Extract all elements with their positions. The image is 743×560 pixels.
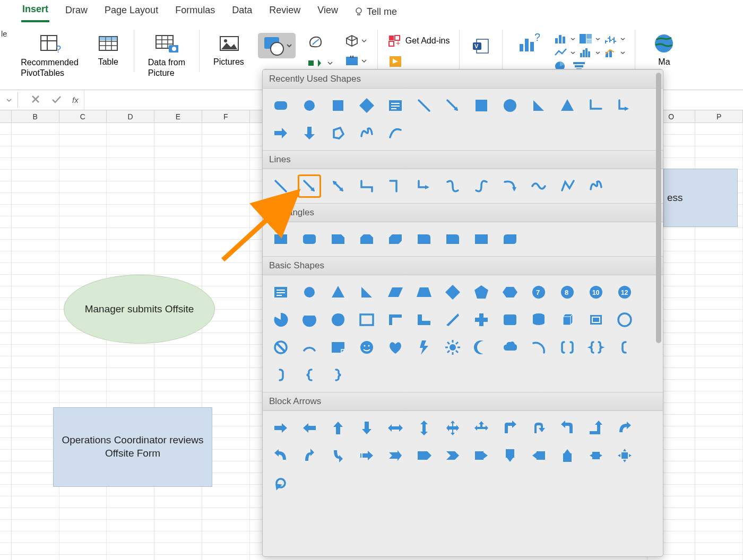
- shape-cube[interactable]: [556, 308, 579, 331]
- shape-line[interactable]: [412, 94, 436, 117]
- shape-snip-single[interactable]: [326, 228, 350, 251]
- shape-dodecagon[interactable]: 12: [613, 281, 636, 304]
- shape-lightning[interactable]: [412, 336, 436, 359]
- col-header-b[interactable]: B: [12, 110, 59, 122]
- shape-r-callout[interactable]: [470, 444, 493, 467]
- shape-diamond[interactable]: [355, 94, 378, 117]
- visio-button[interactable]: V: [469, 34, 493, 59]
- shape-smiley[interactable]: [355, 336, 378, 359]
- icons-button[interactable]: [305, 33, 334, 51]
- shape-l-shape[interactable]: [412, 308, 436, 331]
- tab-draw[interactable]: Draw: [64, 3, 89, 21]
- shape-parallelogram[interactable]: [384, 281, 407, 304]
- shape-l-callout[interactable]: [527, 444, 550, 467]
- shape-bent-up[interactable]: [584, 416, 608, 440]
- shape-donut[interactable]: [613, 308, 636, 331]
- shape-heptagon[interactable]: 7: [527, 281, 550, 304]
- shape-snip-diag[interactable]: [384, 228, 407, 251]
- tab-review[interactable]: Review: [268, 3, 301, 21]
- shape-pie[interactable]: [269, 308, 292, 331]
- shape-l-arrow[interactable]: [298, 416, 321, 440]
- shape-scribble[interactable]: [584, 174, 608, 198]
- shape-scribble[interactable]: [355, 121, 378, 145]
- shape-triangle[interactable]: [556, 94, 579, 117]
- shape-r-arrow[interactable]: [269, 416, 292, 440]
- shape-circular[interactable]: [269, 471, 292, 495]
- shape-diag-stripe[interactable]: [441, 308, 464, 331]
- shape-bent-r[interactable]: [498, 416, 522, 440]
- shape-elbow1[interactable]: [355, 174, 378, 198]
- shape-moon[interactable]: [470, 336, 493, 359]
- shape-trapezoid[interactable]: [412, 281, 436, 304]
- tab-formulas[interactable]: Formulas: [174, 3, 216, 21]
- shape-wave[interactable]: [527, 174, 550, 198]
- shape-curve[interactable]: [384, 121, 407, 145]
- 3dmodels-button[interactable]: [343, 33, 368, 49]
- shape-round-diag[interactable]: [498, 228, 522, 251]
- shape-curve-arrow[interactable]: [498, 174, 522, 198]
- enter-button[interactable]: [46, 94, 67, 106]
- col-header-e[interactable]: E: [154, 110, 202, 122]
- line-chart-button[interactable]: [554, 47, 575, 58]
- name-box[interactable]: [0, 92, 18, 108]
- flowchart-oval[interactable]: Manager submits Offsite: [64, 275, 215, 344]
- shape-snip-same[interactable]: [355, 228, 378, 251]
- tab-insert[interactable]: Insert: [21, 2, 49, 22]
- shape-pentagon[interactable]: [470, 281, 493, 304]
- shape-filled-circle[interactable]: [498, 94, 522, 117]
- shape-elbow[interactable]: [584, 94, 608, 117]
- shape-curve-l[interactable]: [269, 444, 292, 467]
- shape-curve-r[interactable]: [613, 416, 636, 440]
- shape-lr-up[interactable]: [470, 416, 493, 440]
- flowchart-rect[interactable]: Operations Coordinator reviews Offsite F…: [53, 407, 212, 487]
- pictures-button[interactable]: Pictures: [209, 30, 248, 69]
- cancel-button[interactable]: [25, 94, 46, 106]
- shape-brace-pair[interactable]: [584, 336, 608, 359]
- shape-triangle[interactable]: [326, 281, 350, 304]
- table-button[interactable]: Table: [92, 30, 124, 69]
- shape-frame[interactable]: [355, 308, 378, 331]
- maps-button[interactable]: Ma: [648, 30, 680, 69]
- shape-circle[interactable]: [298, 94, 321, 117]
- shape-lr-arrow[interactable]: [384, 416, 407, 440]
- get-addins-button[interactable]: + Get Add-ins: [387, 34, 450, 48]
- shape-quad-callout[interactable]: [613, 444, 636, 467]
- shape-hexagon[interactable]: [498, 281, 522, 304]
- shape-curve-conn[interactable]: [441, 174, 464, 198]
- shape-folded-corner[interactable]: [326, 336, 350, 359]
- col-header-p[interactable]: P: [695, 110, 743, 122]
- shape-text-box[interactable]: [269, 281, 292, 304]
- shape-elbow2[interactable]: [384, 174, 407, 198]
- shape-sun[interactable]: [441, 336, 464, 359]
- shape-diamond[interactable]: [441, 281, 464, 304]
- shape-round-same[interactable]: [470, 228, 493, 251]
- shape-arc[interactable]: [298, 336, 321, 359]
- shape-pentagon-arr[interactable]: [412, 444, 436, 467]
- shape-double-arrow[interactable]: [326, 174, 350, 198]
- tell-me[interactable]: Tell me: [354, 6, 397, 18]
- shape-bevel[interactable]: [584, 308, 608, 331]
- data-from-picture-button[interactable]: Data from Picture: [144, 30, 189, 81]
- shape-curve-conn2[interactable]: [470, 174, 493, 198]
- col-header-d[interactable]: D: [107, 110, 154, 122]
- shape-heart[interactable]: [384, 336, 407, 359]
- shape-lr-callout[interactable]: [584, 444, 608, 467]
- shape-curve-u[interactable]: [298, 444, 321, 467]
- shape-plaque[interactable]: [498, 308, 522, 331]
- shape-u-turn[interactable]: [527, 416, 550, 440]
- histogram-button[interactable]: [578, 47, 600, 58]
- shape-chevron[interactable]: [441, 444, 464, 467]
- stock-chart-button[interactable]: [603, 33, 625, 45]
- treemap-button[interactable]: [578, 33, 600, 45]
- col-header-c[interactable]: C: [59, 110, 107, 122]
- shape-left-bracket[interactable]: [613, 336, 636, 359]
- shape-teardrop[interactable]: [326, 308, 350, 331]
- shape-arrow-line[interactable]: [441, 94, 464, 117]
- shape-chord[interactable]: [298, 308, 321, 331]
- shape-text-box[interactable]: [384, 94, 407, 117]
- screenshot-button[interactable]: [343, 53, 368, 69]
- combo-chart-button[interactable]: [603, 47, 625, 58]
- shape-freeform-open[interactable]: [556, 174, 579, 198]
- shape-right-bracket[interactable]: [269, 363, 292, 387]
- tab-view[interactable]: View: [316, 3, 339, 21]
